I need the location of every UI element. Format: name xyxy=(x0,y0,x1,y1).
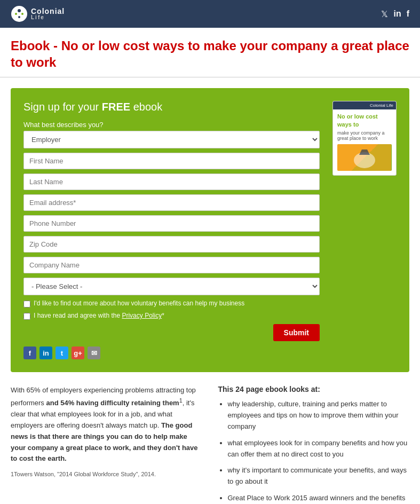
list-item: why leadership, culture, training and pe… xyxy=(228,399,410,432)
form-social-icons: f in t g+ ✉ xyxy=(23,346,320,359)
ebook-header-logo: Colonial Life xyxy=(370,103,393,108)
checkbox-voluntary-label: I'd like to find out more about how volu… xyxy=(34,300,244,307)
body-left: With 65% of employers experiencing probl… xyxy=(11,385,202,504)
svg-point-4 xyxy=(18,16,20,18)
header: Colonial Life 𝕏 in f xyxy=(0,0,420,28)
logo-life: Life xyxy=(31,15,65,20)
header-logo: Colonial Life xyxy=(11,5,65,22)
company-input[interactable] xyxy=(23,257,320,273)
svg-point-2 xyxy=(15,13,17,15)
body-section: With 65% of employers experiencing probl… xyxy=(11,385,409,504)
list-item: what employees look for in company benef… xyxy=(228,438,410,460)
ebook-illustration xyxy=(337,144,392,171)
phone-input[interactable] xyxy=(23,215,320,232)
list-item: why it's important to communicate your b… xyxy=(228,465,410,487)
form-box: Sign up for your FREE ebook What best de… xyxy=(11,88,409,372)
form-facebook-icon[interactable]: f xyxy=(23,346,36,359)
logo-colonial: Colonial xyxy=(31,7,65,15)
form-googleplus-icon[interactable]: g+ xyxy=(72,346,84,359)
checkbox-privacy-label: I have read and agree with the Privacy P… xyxy=(34,312,164,319)
form-box-inner: Sign up for your FREE ebook What best de… xyxy=(23,101,397,359)
body-right-heading: This 24 page ebook looks at: xyxy=(218,385,410,393)
email-input[interactable] xyxy=(23,194,320,211)
main-content: Sign up for your FREE ebook What best de… xyxy=(0,77,420,504)
ebook-graphic xyxy=(337,144,392,171)
svg-point-0 xyxy=(11,6,27,22)
form-email-icon[interactable]: ✉ xyxy=(88,346,100,359)
checkbox-row-1: I'd like to find out more about how volu… xyxy=(23,300,320,308)
submit-button[interactable]: Submit xyxy=(273,324,320,341)
first-name-input[interactable] xyxy=(23,153,320,169)
facebook-icon[interactable]: f xyxy=(407,9,409,19)
page-title: Ebook - No or low cost ways to make your… xyxy=(11,37,409,70)
body-right-list: why leadership, culture, training and pe… xyxy=(218,399,410,504)
describe-select[interactable]: Employer Employee Broker Other xyxy=(23,131,320,148)
body-para1: With 65% of employers experiencing probl… xyxy=(11,385,202,464)
svg-point-1 xyxy=(18,9,21,12)
please-select-dropdown[interactable]: - Please Select - xyxy=(23,278,320,295)
checkbox-privacy[interactable] xyxy=(23,313,30,320)
ebook-cover: Colonial Life No or low cost ways to mak… xyxy=(332,101,397,176)
submit-row: Submit xyxy=(23,324,320,341)
form-twitter-icon[interactable]: t xyxy=(56,346,68,359)
list-item: Great Place to Work 2015 award winners a… xyxy=(228,493,410,504)
svg-point-3 xyxy=(21,13,23,15)
colonial-life-logo-icon xyxy=(11,5,28,22)
form-section: Sign up for your FREE ebook What best de… xyxy=(23,101,320,359)
checkbox-voluntary[interactable] xyxy=(23,301,30,308)
body-para1-bold1: and 54% having difficulty retaining them xyxy=(46,399,179,407)
linkedin-icon[interactable]: in xyxy=(393,9,401,19)
header-logo-text: Colonial Life xyxy=(31,7,65,20)
body-footnote: 1Towers Watson, "2014 Global Workforce S… xyxy=(11,470,202,479)
twitter-icon[interactable]: 𝕏 xyxy=(381,9,388,19)
ebook-title: No or low cost ways to xyxy=(337,113,392,128)
form-linkedin-icon[interactable]: in xyxy=(39,346,52,359)
ebook-subtitle: make your company a great place to work xyxy=(337,130,392,141)
last-name-input[interactable] xyxy=(23,174,320,190)
describe-label: What best describes you? xyxy=(23,121,320,129)
ebook-header: Colonial Life xyxy=(333,101,396,109)
body-right: This 24 page ebook looks at: why leaders… xyxy=(218,385,410,504)
form-heading: Sign up for your FREE ebook xyxy=(23,101,320,113)
zip-input[interactable] xyxy=(23,236,320,253)
privacy-policy-link[interactable]: Privacy Policy xyxy=(122,312,162,319)
checkbox-row-2: I have read and agree with the Privacy P… xyxy=(23,312,320,320)
header-social-icons: 𝕏 in f xyxy=(381,9,409,19)
page-title-area: Ebook - No or low cost ways to make your… xyxy=(0,28,420,77)
